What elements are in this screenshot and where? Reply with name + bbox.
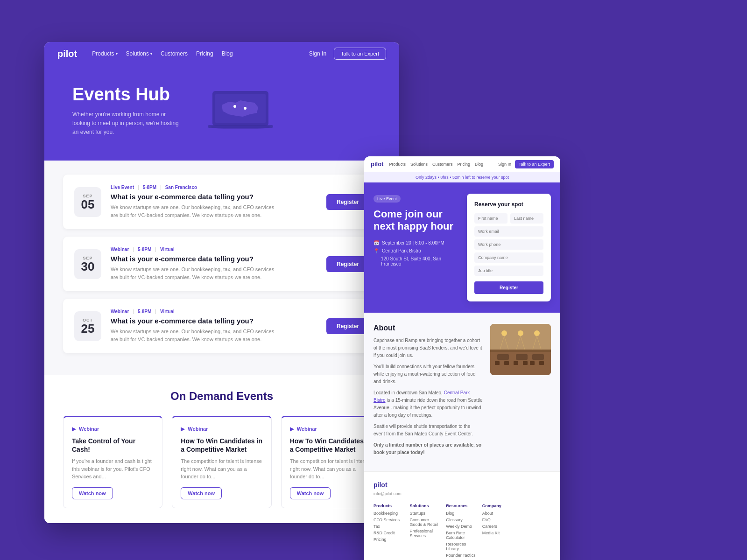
- jobtitle-input[interactable]: [474, 266, 543, 276]
- footer-col-resources: Resources Blog Glossary Weekly Demo Burn…: [446, 504, 479, 560]
- second-browser-window: pilot Products Solutions Customers Prici…: [364, 156, 560, 560]
- nav-solutions[interactable]: Solutions ▾: [126, 50, 152, 57]
- nav-blog[interactable]: Blog: [222, 50, 233, 57]
- small-nav-signin[interactable]: Sign In: [498, 162, 511, 167]
- small-nav-logo: pilot: [371, 161, 383, 168]
- footer-item-consumer[interactable]: Consumer Goods & Retail: [410, 518, 443, 527]
- footer-email: info@pilot.com: [374, 491, 551, 496]
- event-info-1: Live Event | 5-8PM | San Francisco What …: [111, 185, 317, 219]
- small-nav-pricing[interactable]: Pricing: [458, 162, 471, 167]
- webinar-icon-3: ▶: [290, 426, 294, 432]
- event-tags-2: Webinar | 5-8PM | Virtual: [111, 247, 317, 252]
- demand-tag-1: ▶ Webinar: [72, 426, 154, 432]
- about-section: About Capchase and Ramp are bringing tog…: [364, 313, 560, 471]
- event-time-2: 5-8PM: [138, 247, 151, 252]
- demand-desc-2: The competition for talent is intense ri…: [181, 457, 262, 481]
- event-hero-title: Come join our next happy hour: [374, 208, 459, 233]
- demand-desc-1: If you're a founder and cash is tight th…: [72, 457, 154, 481]
- about-para-4: Seattle will provide shuttle transportat…: [374, 423, 483, 438]
- footer-item-founder-tactics[interactable]: Founder Tactics: [446, 553, 479, 558]
- footer-logo: pilot: [374, 481, 551, 489]
- event-type-3: Webinar: [111, 309, 129, 314]
- register-button-2[interactable]: Register: [326, 256, 369, 272]
- small-nav-blog[interactable]: Blog: [475, 162, 483, 167]
- phone-input[interactable]: [474, 239, 543, 250]
- event-date-2: SEP 30: [74, 249, 101, 279]
- footer-item-startups[interactable]: Startups: [410, 511, 443, 516]
- event-location-3: Virtual: [160, 309, 175, 314]
- svg-rect-8: [497, 354, 509, 360]
- svg-rect-26: [490, 350, 551, 352]
- event-hero-meta: 📅 September 20 | 6:00 - 8:00PM 📍 Central…: [374, 240, 459, 266]
- nav-cta-button[interactable]: Talk to an Expert: [334, 48, 386, 60]
- svg-point-17: [501, 330, 507, 336]
- demand-type-1: Webinar: [79, 426, 99, 432]
- events-section: SEP 05 Live Event | 5-8PM | San Francisc…: [44, 161, 399, 375]
- watch-button-3[interactable]: Watch now: [290, 487, 331, 499]
- footer-col-products: Products Bookkeeping CFO Services Tax R&…: [374, 504, 406, 560]
- footer-item-resources-library[interactable]: Resources Library: [446, 542, 479, 551]
- nav-signin[interactable]: Sign In: [309, 50, 326, 57]
- footer-item-blog[interactable]: Blog: [446, 511, 479, 516]
- demand-title-2: How To Win Candidates in a Competitive M…: [181, 437, 262, 454]
- footer-col-resources-title: Resources: [446, 504, 479, 508]
- footer-item-careers[interactable]: Careers: [482, 524, 515, 529]
- small-nav-products[interactable]: Products: [389, 162, 406, 167]
- event-date-row: 📅 September 20 | 6:00 - 8:00PM: [374, 240, 459, 245]
- laptop-illustration: [203, 84, 278, 135]
- small-nav-customers[interactable]: Customers: [432, 162, 453, 167]
- event-info-2: Webinar | 5-8PM | Virtual What is your e…: [111, 247, 317, 281]
- demand-tag-2: ▶ Webinar: [181, 426, 262, 432]
- on-demand-title: On Demand Events: [63, 390, 381, 403]
- hero-section: Events Hub Whether you're working from h…: [44, 65, 399, 161]
- demand-desc-3: The competition for talent is intense ri…: [290, 457, 372, 481]
- event-type-1: Live Event: [111, 185, 134, 190]
- about-para-1: Capchase and Ramp are bringing together …: [374, 337, 483, 359]
- small-nav-cta-button[interactable]: Talk to an Expert: [515, 160, 554, 168]
- watch-button-1[interactable]: Watch now: [72, 487, 113, 499]
- footer-item-media-kit[interactable]: Media Kit: [482, 531, 515, 535]
- demand-title-1: Take Control of Your Cash!: [72, 437, 154, 454]
- footer-columns: Products Bookkeeping CFO Services Tax R&…: [374, 504, 551, 560]
- event-card-1: SEP 05 Live Event | 5-8PM | San Francisc…: [63, 175, 381, 229]
- nav-pricing[interactable]: Pricing: [196, 50, 213, 57]
- nav-customers[interactable]: Customers: [161, 50, 188, 57]
- register-button-3[interactable]: Register: [326, 318, 369, 334]
- event-title-1: What is your e-commerce data telling you…: [111, 193, 317, 201]
- watch-button-2[interactable]: Watch now: [181, 487, 222, 499]
- svg-point-2: [233, 105, 236, 108]
- event-location-row: 📍 Central Park Bistro: [374, 248, 459, 253]
- last-name-input[interactable]: [510, 213, 543, 224]
- event-type-2: Webinar: [111, 247, 129, 252]
- footer-item-rnd[interactable]: R&D Credit: [374, 531, 406, 535]
- first-name-input[interactable]: [474, 213, 507, 224]
- email-input[interactable]: [474, 226, 543, 237]
- event-day-2: 30: [81, 260, 95, 273]
- footer-item-burn-rate[interactable]: Burn Rate Calculator: [446, 531, 479, 540]
- event-title-2: What is your e-commerce data telling you…: [111, 255, 317, 263]
- footer-item-professional[interactable]: Professional Services: [410, 529, 443, 538]
- company-input[interactable]: [474, 252, 543, 263]
- register-button-1[interactable]: Register: [326, 194, 369, 210]
- footer-item-weekly-demo[interactable]: Weekly Demo: [446, 524, 479, 529]
- footer-item-cfo[interactable]: CFO Services: [374, 518, 406, 522]
- webinar-icon-2: ▶: [181, 426, 185, 432]
- small-nav-links: Products Solutions Customers Pricing Blo…: [389, 162, 492, 167]
- event-card-3: OCT 25 Webinar | 5-8PM | Virtual What is…: [63, 299, 381, 353]
- event-day-1: 05: [81, 198, 95, 210]
- footer-item-tax[interactable]: Tax: [374, 524, 406, 529]
- small-nav-solutions[interactable]: Solutions: [410, 162, 428, 167]
- event-day-3: 25: [81, 322, 95, 335]
- svg-rect-11: [495, 361, 500, 365]
- footer-item-faq[interactable]: FAQ: [482, 518, 515, 522]
- footer-item-bookkeeping[interactable]: Bookkeeping: [374, 511, 406, 516]
- event-desc-1: We know startups-we are one. Our bookkee…: [111, 203, 279, 219]
- footer-item-about[interactable]: About: [482, 511, 515, 516]
- footer-item-pricing[interactable]: Pricing: [374, 537, 406, 542]
- form-submit-button[interactable]: Register: [474, 281, 543, 294]
- nav-products[interactable]: Products ▾: [92, 50, 117, 57]
- webinar-icon-1: ▶: [72, 426, 76, 432]
- event-desc-3: We know startups-we are one. Our bookkee…: [111, 328, 279, 343]
- small-nav-actions: Sign In Talk to an Expert: [498, 160, 554, 168]
- footer-item-glossary[interactable]: Glossary: [446, 518, 479, 522]
